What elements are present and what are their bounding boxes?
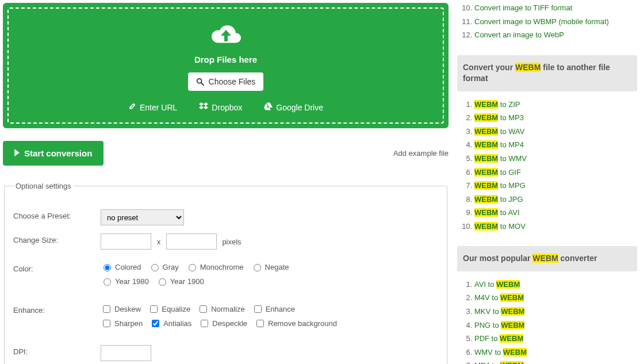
converter-link[interactable]: WEBM to JPG bbox=[474, 195, 523, 204]
list-item: WEBM to MP3 bbox=[474, 113, 637, 123]
list-item: Convert image to WBMP (mobile format) bbox=[474, 17, 637, 27]
converter-link[interactable]: WEBM to MOV bbox=[474, 222, 526, 231]
enhance-checkbox[interactable] bbox=[200, 305, 207, 313]
drop-files-text: Drop Files here bbox=[14, 55, 437, 64]
converter-link[interactable]: MKV to WEBM bbox=[474, 307, 524, 316]
list-item: WEBM to WAV bbox=[474, 127, 637, 137]
sidebar-heading-convert: Convert your WEBM file to another file f… bbox=[457, 55, 637, 91]
converter-link[interactable]: WEBM to WMV bbox=[474, 154, 527, 163]
color-option[interactable]: Year 1980 bbox=[101, 277, 149, 286]
color-radio[interactable] bbox=[159, 278, 166, 286]
converter-link[interactable]: Convert image to TIFF format bbox=[474, 3, 572, 12]
dropbox-icon bbox=[199, 102, 208, 112]
height-input[interactable] bbox=[166, 233, 217, 250]
list-item: M4V to WEBM bbox=[474, 293, 637, 303]
list-item: WEBM to MP4 bbox=[474, 140, 637, 150]
enhance-option[interactable]: Despeckle bbox=[198, 318, 247, 329]
converter-link[interactable]: WEBM to WAV bbox=[474, 127, 524, 136]
chevron-right-icon bbox=[14, 148, 20, 158]
add-example-file-link[interactable]: Add example file bbox=[393, 149, 449, 158]
list-item: WEBM to JPG bbox=[474, 194, 637, 205]
popular-converter-list: AVI to WEBMM4V to WEBMMKV to WEBMPNG to … bbox=[464, 279, 637, 364]
list-item: WEBM to MOV bbox=[474, 221, 637, 232]
enhance-checkbox[interactable] bbox=[254, 305, 262, 313]
converter-link[interactable]: PNG to WEBM bbox=[474, 321, 524, 329]
list-item: MKV to WEBM bbox=[474, 306, 637, 317]
settings-legend: Optional settings bbox=[13, 182, 74, 190]
list-item: WEBM to GIF bbox=[474, 167, 637, 178]
enhance-option[interactable]: Antialias bbox=[150, 318, 191, 329]
svg-line-1 bbox=[201, 83, 203, 85]
link-icon bbox=[128, 102, 136, 112]
converter-link[interactable]: AVI to WEBM bbox=[474, 280, 520, 289]
color-radio[interactable] bbox=[254, 264, 261, 271]
enhance-label: Enhance: bbox=[13, 304, 101, 332]
list-item: AVI to WEBM bbox=[474, 279, 637, 290]
google-drive-icon bbox=[264, 102, 273, 112]
dpi-label: DPI: bbox=[13, 345, 101, 361]
enhance-option[interactable]: Deskew bbox=[101, 304, 141, 315]
converter-link[interactable]: WEBM to AVI bbox=[474, 208, 520, 217]
list-item: PDF to WEBM bbox=[474, 334, 637, 344]
enhance-checkbox[interactable] bbox=[152, 320, 159, 327]
color-option[interactable]: Year 1900 bbox=[156, 277, 204, 286]
list-item: WEBM to WMV bbox=[474, 154, 637, 164]
preset-select[interactable]: no preset bbox=[101, 209, 184, 225]
file-dropzone[interactable]: Drop Files here Choose Files Enter URL D… bbox=[3, 3, 449, 128]
enhance-option[interactable]: Normalize bbox=[197, 304, 245, 315]
enhance-option[interactable]: Sharpen bbox=[101, 318, 143, 329]
list-item: WEBM to ZIP bbox=[474, 99, 637, 110]
converter-link[interactable]: WMV to WEBM bbox=[474, 348, 527, 357]
converter-link[interactable]: MP4 to WEBM bbox=[474, 361, 524, 364]
webm-convert-list: WEBM to ZIPWEBM to MP3WEBM to WAVWEBM to… bbox=[464, 99, 637, 231]
preset-label: Choose a Preset: bbox=[13, 209, 101, 225]
dpi-input[interactable] bbox=[101, 345, 151, 361]
converter-link[interactable]: M4V to WEBM bbox=[474, 293, 524, 302]
converter-link[interactable]: WEBM to ZIP bbox=[474, 100, 520, 109]
enhance-option[interactable]: Equalize bbox=[148, 304, 190, 315]
choose-files-button[interactable]: Choose Files bbox=[188, 72, 264, 91]
list-item: PNG to WEBM bbox=[474, 320, 637, 331]
color-option[interactable]: Colored bbox=[101, 262, 141, 271]
start-conversion-button[interactable]: Start conversion bbox=[3, 141, 104, 166]
converter-link[interactable]: Convert image to WBMP (mobile format) bbox=[474, 17, 609, 26]
enhance-checkbox[interactable] bbox=[201, 320, 208, 327]
enhance-checkbox[interactable] bbox=[103, 305, 110, 313]
converter-link[interactable]: Convert an image to WebP bbox=[474, 30, 564, 39]
list-item: WEBM to AVI bbox=[474, 208, 637, 218]
converter-link[interactable]: WEBM to GIF bbox=[474, 168, 521, 177]
list-item: WMV to WEBM bbox=[474, 347, 637, 358]
dropbox-button[interactable]: Dropbox bbox=[199, 102, 242, 112]
enhance-checkbox[interactable] bbox=[256, 320, 264, 327]
list-item: Convert an image to WebP bbox=[474, 30, 637, 40]
size-label: Change Size: bbox=[13, 233, 101, 250]
list-item: Convert image to TIFF format bbox=[474, 3, 637, 13]
list-item: MP4 to WEBM bbox=[474, 361, 637, 364]
width-input[interactable] bbox=[101, 233, 151, 250]
color-radio[interactable] bbox=[104, 264, 111, 271]
google-drive-button[interactable]: Google Drive bbox=[264, 102, 323, 112]
color-label: Color: bbox=[13, 262, 101, 291]
color-radio[interactable] bbox=[151, 264, 159, 271]
converter-link[interactable]: PDF to WEBM bbox=[474, 334, 523, 343]
enhance-option[interactable]: Remove background bbox=[254, 318, 337, 329]
enter-url-button[interactable]: Enter URL bbox=[128, 102, 177, 112]
enhance-option[interactable]: Enhance bbox=[252, 304, 295, 315]
enhance-checkbox[interactable] bbox=[103, 320, 110, 327]
color-option[interactable]: Gray bbox=[148, 262, 179, 271]
converter-link[interactable]: WEBM to MP4 bbox=[474, 140, 524, 149]
enhance-checkbox[interactable] bbox=[150, 305, 158, 313]
color-radio[interactable] bbox=[104, 278, 111, 286]
converter-link[interactable]: WEBM to MPG bbox=[474, 181, 526, 190]
upload-cloud-icon bbox=[209, 23, 243, 49]
color-option[interactable]: Monochrome bbox=[186, 262, 244, 271]
search-icon bbox=[196, 77, 209, 86]
list-item: WEBM to MPG bbox=[474, 181, 637, 191]
image-converter-list: Convert image to TIFF formatConvert imag… bbox=[464, 3, 637, 40]
optional-settings-panel: Optional settings Choose a Preset: no pr… bbox=[4, 182, 447, 364]
converter-link[interactable]: WEBM to MP3 bbox=[474, 113, 524, 122]
color-option[interactable]: Negate bbox=[251, 262, 289, 271]
color-radio[interactable] bbox=[189, 264, 196, 271]
sidebar-heading-popular: Our most popular WEBM converter bbox=[457, 246, 637, 271]
